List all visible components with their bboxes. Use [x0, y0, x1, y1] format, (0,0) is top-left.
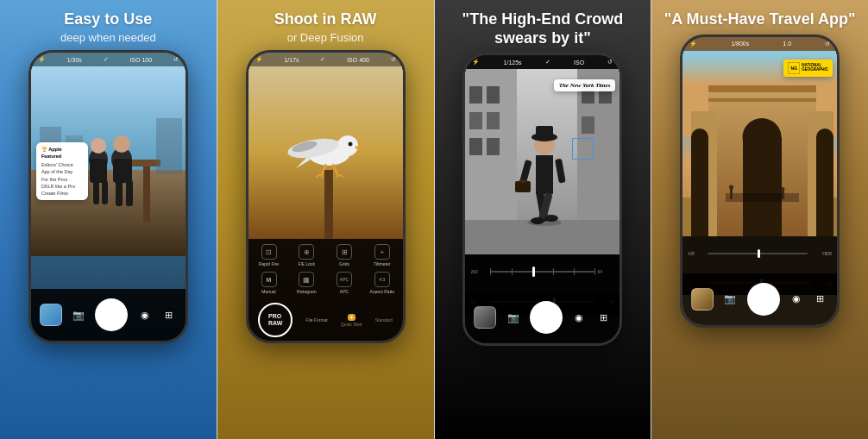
pro-raw-selector[interactable]: PRORAW [258, 303, 292, 337]
badge-icon: 🏆 Apple Featured [41, 146, 83, 160]
svg-point-58 [527, 219, 562, 226]
nyt-badge: The New York Times [554, 79, 616, 91]
seagull-scene [248, 66, 403, 239]
aspect-ratio-icon: 4:3 [374, 272, 390, 287]
panel-3-title: "The High-End Crowd swears by it" [443, 10, 643, 47]
panel-3-header: "The High-End Crowd swears by it" [435, 0, 651, 53]
check-icon: ✓ [104, 56, 109, 63]
badge-text: Editors' ChoiceApp of the DayFor the Pro… [41, 161, 83, 197]
svg-point-5 [113, 135, 130, 153]
arch-scene: NG NATIONALGEOGRAPHIC [682, 51, 837, 236]
panel-easy-to-use: Easy to Use deep when needed ⚡ 1/30s ✓ I… [0, 0, 217, 439]
svg-point-69 [816, 129, 833, 146]
shutter-button-4[interactable] [747, 283, 780, 316]
phone-screen-4: ⚡ 1/800s 1.0 ↺ NG NATIONALGEOGRAPHIC [682, 37, 837, 325]
svg-point-24 [349, 143, 351, 145]
natgeo-logo-text: NG [791, 66, 798, 71]
cam-controls-2: ⊡ Rapid Fire ⊕ F/E Lock ⊞ Grids + Tiltme… [248, 239, 403, 341]
focus-box [572, 138, 594, 160]
panel-4-header: "A Must-Have Travel App" [656, 0, 865, 34]
svg-rect-68 [816, 137, 833, 236]
svg-rect-13 [102, 180, 108, 204]
standard-label: Standard [375, 317, 393, 323]
shutter-speed-4: 1/800s [731, 41, 749, 47]
slider-label-start: 260 [470, 269, 487, 274]
file-format-option: File Format [305, 317, 327, 323]
quick-shot-num: 4 [348, 314, 355, 321]
iso-value-3: ISO [574, 60, 584, 66]
svg-rect-49 [536, 126, 553, 140]
fe-lock-control: ⊕ F/E Lock [289, 244, 324, 267]
rotate-icon-2: ↺ [391, 56, 396, 63]
panel-2-header: Shoot in RAW or Deep Fusion [266, 0, 386, 50]
apc-icon: APC [337, 272, 352, 287]
svg-rect-36 [469, 86, 482, 103]
svg-point-76 [782, 187, 785, 191]
svg-point-8 [91, 138, 106, 154]
flash-icon: ⚡ [38, 56, 46, 63]
panel-travel: "A Must-Have Travel App" ⚡ 1/800s 1.0 ↺ … [651, 0, 868, 439]
fe-lock-icon: ⊕ [299, 244, 314, 260]
camera-icon-3: 📷 [506, 310, 521, 325]
natgeo-badge: NG NATIONALGEOGRAPHIC [783, 60, 833, 77]
panel-2-title: Shoot in RAW [274, 10, 377, 29]
camera-icon-1: 📷 [71, 307, 86, 323]
svg-rect-70 [708, 85, 816, 92]
manual-control: M Manual [252, 272, 286, 294]
svg-rect-37 [487, 86, 500, 103]
tiltmeter-icon: + [374, 244, 390, 260]
flash-icon-2: ⚡ [255, 56, 263, 63]
seagull-svg [248, 66, 403, 239]
quick-shot-option: 4 Quick Shot [341, 314, 362, 327]
file-format-label: File Format [305, 317, 327, 323]
tiltmeter-label: Tiltmeter [374, 261, 390, 267]
histogram-icon: ▦ [299, 272, 314, 287]
natgeo-logo-rect: NG [788, 62, 800, 74]
camera-icon-4: 📷 [722, 292, 738, 307]
hdr-slider[interactable] [708, 253, 808, 254]
thumbnail-4 [691, 288, 714, 310]
grids-control: ⊞ Grids [327, 244, 362, 267]
cam-slider-bar-4: WB HDR [682, 236, 837, 271]
wifi-icon-3: ◉ [571, 310, 587, 325]
svg-rect-18 [324, 170, 333, 239]
svg-rect-9 [90, 159, 107, 183]
manual-icon: M [261, 272, 277, 287]
wifi-icon-1: ◉ [137, 307, 153, 323]
panel-high-end: "The High-End Crowd swears by it" ⚡ 1/12… [435, 0, 651, 439]
svg-rect-12 [93, 180, 99, 204]
svg-point-63 [743, 118, 782, 156]
shutter-button-3[interactable] [530, 301, 563, 334]
phone-frame-1: ⚡ 1/30s ✓ ISO 100 ↺ [28, 50, 188, 343]
exposure-slider[interactable] [490, 271, 594, 273]
arch-scene-svg [682, 51, 837, 236]
svg-rect-65 [691, 137, 708, 236]
couple-scene: 🏆 Apple Featured Editors' ChoiceApp of t… [31, 66, 186, 256]
nyt-scene: The New York Times [465, 69, 620, 254]
manual-label: Manual [261, 289, 275, 294]
cam-slider-bar: 260 64 [465, 254, 620, 289]
grid-icon-1: ⊞ [161, 307, 177, 323]
fe-lock-label: F/E Lock [298, 261, 315, 267]
cam-bottom-bar-4: 📷 ◉ ⊞ [682, 273, 837, 325]
shutter-button-1[interactable] [95, 298, 128, 331]
cam-bottom-bar-3: 📷 ◉ ⊞ [465, 292, 620, 343]
svg-rect-72 [726, 193, 799, 202]
iso-value-2: ISO 400 [347, 57, 369, 63]
svg-rect-40 [469, 138, 482, 155]
phone-screen-3: ⚡ 1/125s ✓ ISO ↺ The New York Times [465, 55, 620, 343]
rapid-fire-label: Rapid Fire [259, 261, 279, 267]
hdr-label: WB [688, 251, 705, 256]
street-scene-svg [465, 69, 620, 254]
svg-rect-10 [116, 180, 123, 206]
svg-rect-38 [469, 112, 482, 129]
phone-screen-1: ⚡ 1/30s ✓ ISO 100 ↺ [31, 53, 186, 341]
panel-1-subtitle: deep when needed [60, 31, 156, 46]
grids-icon: ⊞ [337, 244, 352, 260]
phone-frame-3: ⚡ 1/125s ✓ ISO ↺ The New York Times [462, 53, 622, 346]
shutter-speed-3: 1/125s [504, 60, 522, 66]
svg-rect-54 [519, 179, 526, 183]
histogram-label: Histogram [297, 289, 317, 294]
grids-label: Grids [339, 261, 349, 267]
svg-rect-44 [582, 116, 594, 134]
